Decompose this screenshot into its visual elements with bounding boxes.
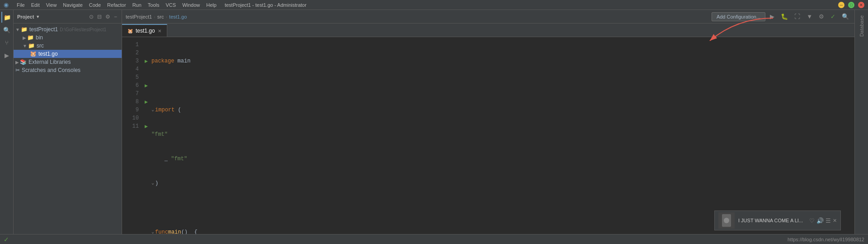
go-file-icon: 🐹 (30, 51, 37, 57)
code-line-3: ⌄import ( (151, 106, 854, 114)
gutter-10 (142, 114, 150, 122)
media-title-text: I JUST WANNA COME A LI... (738, 218, 806, 223)
line-numbers: 1 2 3 4 5 6 7 8 9 10 11 (122, 37, 142, 244)
path-label: D:\GoFiles\testProject1 (60, 27, 106, 32)
menu-refactor[interactable]: Refactor (104, 1, 129, 9)
breadcrumb-file: test1.go (169, 14, 187, 19)
window-title: testProject1 - test1.go - Administrator (225, 2, 307, 8)
tree-item-external-libraries[interactable]: ▶ 📚 External Libraries (14, 58, 122, 66)
gutter-4 (142, 65, 150, 73)
tab-test1go[interactable]: 🐹 test1.go ✕ (122, 24, 167, 37)
menu-bar: File Edit View Navigate Code Refactor Ru… (14, 1, 219, 9)
build-icon[interactable]: ⚙ (817, 12, 826, 21)
activity-project-icon[interactable]: 📁 (1, 12, 12, 23)
media-volume-icon[interactable]: 🔊 (816, 217, 824, 224)
code-line-5: _ "fmt" (151, 155, 854, 163)
media-close-icon[interactable]: ✕ (833, 218, 837, 224)
thumbnail-image (718, 212, 735, 229)
panel-actions: ⊙ ⊟ ⚙ − (88, 13, 118, 21)
menu-code[interactable]: Code (86, 1, 104, 9)
minimize-button[interactable]: ─ (838, 2, 844, 8)
breadcrumb: testProject1 › src › test1.go (126, 14, 187, 19)
scope-icon[interactable]: ⊙ (88, 13, 94, 21)
watermark-url: https://blog.csdn.net/wyII19980812 (788, 237, 864, 242)
library-icon: 📚 (20, 59, 27, 65)
tab-bar: 🐹 test1.go ✕ (122, 24, 854, 37)
debug-button[interactable]: 🐛 (779, 12, 790, 21)
media-controls: ♡ 🔊 ☰ ✕ (809, 217, 837, 224)
folder-icon: 📁 (21, 26, 28, 33)
panel-title-text: Project (17, 14, 34, 19)
activity-search-icon[interactable]: 🔍 (1, 24, 12, 35)
coverage-button[interactable]: ⛶ (793, 12, 802, 21)
breadcrumb-sep2: › (165, 14, 167, 19)
database-label[interactable]: Database (859, 15, 864, 37)
run-config-dropdown[interactable]: ▼ (805, 12, 814, 21)
project-panel: Project ▼ ⊙ ⊟ ⚙ − ▼ 📁 testProject1 D:\Go… (14, 10, 122, 244)
menu-edit[interactable]: Edit (28, 1, 42, 9)
app-icon: ◉ (4, 1, 9, 8)
tree-item-bin[interactable]: ▶ 📁 bin (14, 33, 122, 42)
collapse-icon[interactable]: ⊟ (96, 13, 103, 21)
activity-bar: 📁 🔍 ⑂ ▶ (0, 10, 14, 244)
menu-file[interactable]: File (14, 1, 28, 9)
menu-tools[interactable]: Tools (145, 1, 162, 9)
menu-view[interactable]: View (43, 1, 60, 9)
media-list-icon[interactable]: ☰ (826, 217, 831, 224)
tree-item-label: test1.go (38, 51, 58, 57)
status-right: https://blog.csdn.net/wyII19980812 (788, 237, 864, 242)
chevron-down-icon: ▼ (36, 14, 40, 19)
editor-area: testProject1 › src › test1.go Add Config… (122, 10, 854, 244)
status-left: ✓ (4, 236, 9, 243)
gutter-1 (142, 41, 150, 49)
menu-run[interactable]: Run (130, 1, 144, 9)
gutter-5 (142, 73, 150, 81)
menu-help[interactable]: Help (203, 1, 219, 9)
code-line-4: "fmt" (151, 130, 854, 139)
tree-item-test1go[interactable]: 🐹 test1.go (14, 50, 122, 58)
toolbar-right: Add Configuration... ▶ 🐛 ⛶ ▼ ⚙ ✓ 🔍 (712, 12, 851, 21)
settings-icon[interactable]: ⚙ (104, 13, 111, 21)
breadcrumb-project: testProject1 (126, 14, 152, 19)
tab-label: test1.go (136, 28, 155, 34)
panel-title: Project ▼ (17, 14, 40, 19)
title-bar-left: ◉ File Edit View Navigate Code Refactor … (4, 1, 307, 9)
search-everywhere-icon[interactable]: 🔍 (840, 12, 851, 21)
tree-item-testproject1[interactable]: ▼ 📁 testProject1 D:\GoFiles\testProject1 (14, 25, 122, 33)
tab-close-icon[interactable]: ✕ (158, 29, 161, 33)
menu-navigate[interactable]: Navigate (60, 1, 85, 9)
media-like-icon[interactable]: ♡ (809, 217, 815, 224)
status-bar: ✓ https://blog.csdn.net/wyII19980812 (0, 234, 868, 244)
chevron-icon: ▶ (23, 35, 26, 40)
run-button[interactable]: ▶ (768, 12, 776, 21)
gutter-2 (142, 49, 150, 57)
close-button[interactable]: ✕ (858, 2, 864, 8)
window-controls: ─ □ ✕ (838, 2, 864, 8)
editor-toolbar: testProject1 › src › test1.go Add Config… (122, 10, 854, 24)
menu-window[interactable]: Window (179, 1, 203, 9)
menu-vcs[interactable]: VCS (163, 1, 179, 9)
add-configuration-button[interactable]: Add Configuration... (712, 12, 765, 21)
gutter-8: ▶ (142, 98, 150, 106)
close-panel-icon[interactable]: − (113, 13, 118, 21)
title-bar: ◉ File Edit View Navigate Code Refactor … (0, 0, 868, 10)
file-icon: 🐹 (127, 29, 133, 33)
gutter-6: ▶ (142, 81, 150, 90)
gutter-7 (142, 90, 150, 98)
main-layout: 📁 🔍 ⑂ ▶ Project ▼ ⊙ ⊟ ⚙ − ▼ 📁 testProjec… (0, 10, 868, 244)
tree-item-scratches[interactable]: ✂ Scratches and Consoles (14, 66, 122, 74)
gutter-9 (142, 106, 150, 114)
activity-run-icon[interactable]: ▶ (1, 50, 12, 61)
maximize-button[interactable]: □ (848, 2, 854, 8)
tree-item-label: src (37, 43, 44, 49)
tree-item-src[interactable]: ▼ 📁 src (14, 42, 122, 50)
activity-vcs-icon[interactable]: ⑂ (1, 37, 12, 48)
media-thumbnail (718, 212, 735, 229)
status-check-icon: ✓ (4, 236, 9, 243)
breadcrumb-sep1: › (154, 14, 156, 19)
media-player-widget: I JUST WANNA COME A LI... ♡ 🔊 ☰ ✕ (714, 211, 841, 230)
svg-point-3 (724, 218, 729, 223)
project-tree: ▼ 📁 testProject1 D:\GoFiles\testProject1… (14, 24, 122, 244)
chevron-icon: ▼ (15, 27, 20, 32)
code-line-1: package main (151, 57, 854, 65)
